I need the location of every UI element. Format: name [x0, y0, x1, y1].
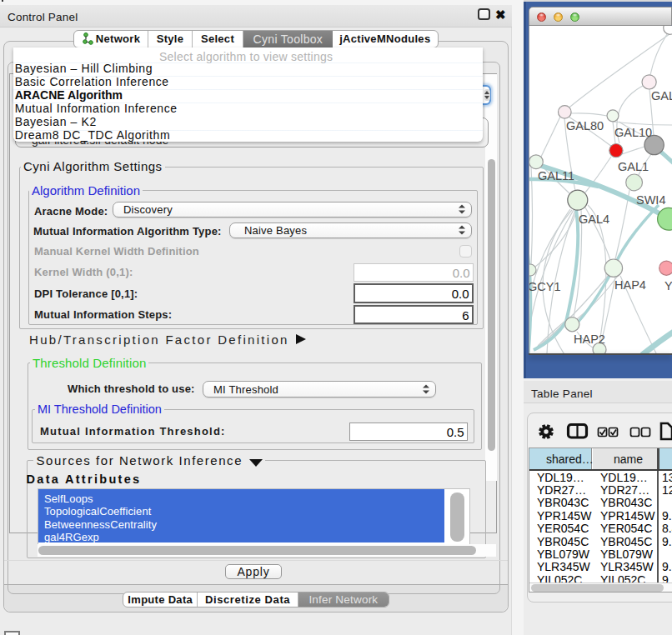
svg-text:GAL7: GAL7 — [651, 89, 672, 102]
svg-text:GAL1: GAL1 — [618, 160, 649, 173]
svg-text:GAL4: GAL4 — [579, 212, 609, 226]
svg-text:GCY1: GCY1 — [529, 280, 561, 293]
svg-text:SWI4: SWI4 — [636, 193, 665, 207]
svg-text:HAP2: HAP2 — [574, 332, 605, 346]
svg-text:HAP4: HAP4 — [614, 278, 646, 292]
svg-text:GAL80: GAL80 — [566, 119, 604, 132]
svg-text:Y: Y — [664, 279, 672, 292]
svg-text:GAL11: GAL11 — [538, 169, 574, 182]
svg-text:GAL10: GAL10 — [614, 126, 652, 139]
